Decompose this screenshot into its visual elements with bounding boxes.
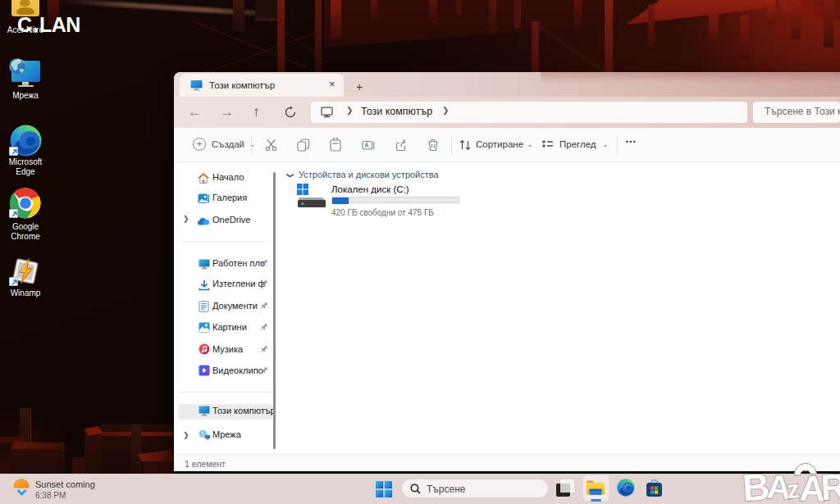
svg-text:R: R [819, 466, 840, 504]
